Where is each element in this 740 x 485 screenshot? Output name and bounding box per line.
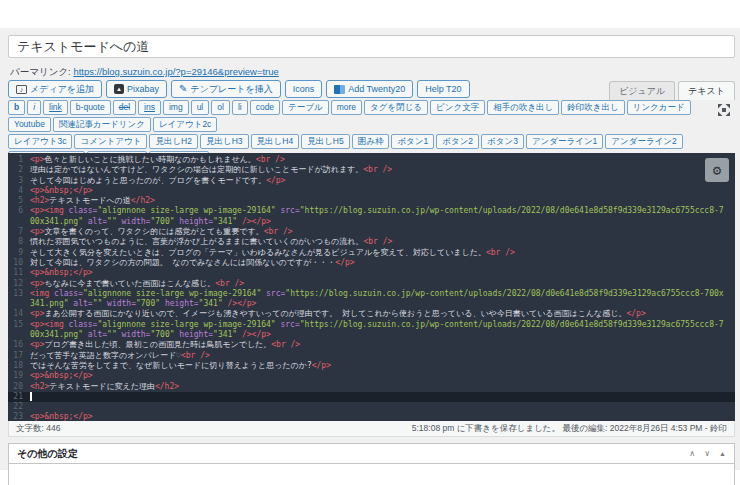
move-down-icon[interactable] — [704, 449, 710, 458]
line-number: 3 — [8, 176, 30, 186]
pencil-icon — [179, 84, 187, 94]
permalink: パーマリンク: https://blog.suzuin.co.jp/?p=291… — [10, 66, 279, 79]
twenty20-icon — [334, 85, 345, 94]
post-title-input[interactable] — [8, 35, 735, 58]
quicktag-ボタン3[interactable]: ボタン3 — [481, 134, 524, 149]
editor-settings-button[interactable] — [705, 158, 729, 182]
line-number: 14 — [8, 309, 30, 319]
line-number: 12 — [8, 279, 30, 289]
editor-line-19[interactable]: 19<p>&nbsp;</p> — [8, 371, 735, 381]
post-editor-page: パーマリンク: https://blog.suzuin.co.jp/?p=291… — [0, 28, 740, 470]
toggle-panel-icon[interactable] — [719, 449, 726, 458]
editor-line-22[interactable]: 22 — [8, 402, 735, 412]
text-editor-code-area[interactable]: 1<p>色々と新しいことに挑戦したい時期なのかもしれません。<br />2理由は… — [8, 153, 735, 421]
quicktag-見出しH5[interactable]: 見出しH5 — [301, 134, 350, 149]
quicktag-レイアウト2c[interactable]: レイアウト2c — [153, 117, 217, 132]
quicktag-レイアウト3c[interactable]: レイアウト3c — [8, 134, 72, 149]
quicktag-見出しH2[interactable]: 見出しH2 — [149, 134, 198, 149]
quicktag-見出しH3[interactable]: 見出しH3 — [200, 134, 249, 149]
editor-line-7[interactable]: 7<p>文章を書くのって、ワタクシ的には感覚がとても重要です。<br /> — [8, 227, 735, 237]
autosave-info: 5:18:08 pm に下書きを保存しました。 最後の編集: 2022年8月26… — [412, 423, 727, 435]
quicktag-タグを閉じる[interactable]: タグを閉じる — [364, 100, 428, 115]
quicktag-Youtube[interactable]: Youtube — [8, 117, 51, 132]
quicktag-囲み枠[interactable]: 囲み枠 — [352, 134, 390, 149]
editor-line-23[interactable]: 23<p>&nbsp;</p> — [8, 412, 735, 421]
fullscreen-icon[interactable] — [718, 102, 730, 114]
editor-line-13[interactable]: 13<img class="alignnone size-large wp-im… — [8, 289, 735, 310]
move-up-icon[interactable] — [689, 449, 695, 458]
line-number: 21 — [8, 392, 30, 402]
media-button-5[interactable]: Help T20 — [417, 80, 469, 98]
editor-line-4[interactable]: 4<p>&nbsp;</p> — [8, 186, 735, 196]
quicktag-鈴印吹き出し[interactable]: 鈴印吹き出し — [561, 100, 624, 115]
quicktag-ボタン2[interactable]: ボタン2 — [436, 134, 479, 149]
media-button-label: Add Twenty20 — [348, 84, 405, 94]
editor-line-20[interactable]: 20<h2>テキストモードに変えた理由</h2> — [8, 382, 735, 392]
line-content: <p>色々と新しいことに挑戦したい時期なのかもしれません。<br /> — [30, 155, 735, 165]
line-content: だって苦手な英語と数字のオンパレード♡<br /> — [30, 351, 735, 361]
line-number: 6 — [8, 206, 30, 227]
quicktag-link[interactable]: link — [43, 100, 68, 115]
quicktag-more[interactable]: more — [331, 100, 362, 115]
quicktag-ul[interactable]: ul — [191, 100, 210, 115]
quicktag-コメントアウト[interactable]: コメントアウト — [74, 134, 147, 149]
media-button-2[interactable]: テンプレートを挿入 — [171, 80, 281, 98]
quicktag-ol[interactable]: ol — [211, 100, 230, 115]
line-number: 7 — [8, 227, 30, 237]
editor-line-2[interactable]: 2理由は定かではないんですけど、ワタクシの場合は定期的に新しいことモードが訪れま… — [8, 165, 735, 175]
quicktag-ピンク文字[interactable]: ピンク文字 — [430, 100, 485, 115]
quicktag-img[interactable]: img — [163, 100, 189, 115]
media-button-label: Pixabay — [127, 84, 159, 94]
line-content: <p>&nbsp;</p> — [30, 412, 735, 421]
quicktag-li[interactable]: li — [232, 100, 248, 115]
word-count-label: 文字数: — [16, 423, 44, 433]
line-content — [30, 392, 735, 402]
quicktag-ins[interactable]: ins — [138, 100, 161, 115]
editor-line-16[interactable]: 16<p>ブログ書き出した頃、最初この画面見た時は鳥肌モンでした。<br /> — [8, 340, 735, 350]
quicktag-del[interactable]: del — [113, 100, 136, 115]
line-number: 17 — [8, 351, 30, 361]
line-number: 15 — [8, 320, 30, 341]
editor-line-3[interactable]: 3そして今回はじめようと思ったのが、ブログを書くモードです。</p> — [8, 176, 735, 186]
media-button-3[interactable]: Icons — [285, 80, 323, 98]
editor-line-8[interactable]: 8慣れた雰囲気でいつものように、言葉が浮かび上がるままに書いていくのがいつもの流… — [8, 237, 735, 247]
quicktag-アンダーライン2[interactable]: アンダーライン2 — [605, 134, 682, 149]
media-button-0[interactable]: メディアを追加 — [8, 80, 102, 98]
editor-line-9[interactable]: 9そして大きく気分を変えたいときは、ブログの「テーマ」いわゆるみなさんが見るビジ… — [8, 248, 735, 258]
media-button-4[interactable]: Add Twenty20 — [326, 80, 413, 98]
editor-line-5[interactable]: 5<h2>テキストモードへの道</h2> — [8, 196, 735, 206]
media-button-1[interactable]: Pixabay — [106, 80, 167, 98]
editor-line-10[interactable]: 10対して今回は、ワタクシの方の問題。 なのでみなさんには関係ないのですが・・・… — [8, 258, 735, 268]
quicktag-b-quote[interactable]: b-quote — [70, 100, 111, 115]
tab-text[interactable]: テキスト — [678, 81, 735, 100]
quicktag-b[interactable]: b — [8, 100, 25, 115]
editor-line-15[interactable]: 15<p><img class="alignnone size-large wp… — [8, 320, 735, 341]
quicktag-テーブル[interactable]: テーブル — [282, 100, 329, 115]
editor-mode-tabs: ビジュアル テキスト — [609, 81, 735, 100]
quicktag-ボタン1[interactable]: ボタン1 — [391, 134, 434, 149]
quicktag-code[interactable]: code — [250, 100, 280, 115]
editor-line-11[interactable]: 11<p>&nbsp;</p> — [8, 268, 735, 278]
quicktag-リンクカード[interactable]: リンクカード — [627, 100, 691, 115]
editor-line-17[interactable]: 17だって苦手な英語と数字のオンパレード♡<br /> — [8, 351, 735, 361]
quicktag-関連記事カードリンク[interactable]: 関連記事カードリンク — [53, 117, 151, 132]
permalink-link[interactable]: https://blog.suzuin.co.jp/?p=29146&previ… — [73, 66, 278, 77]
quicktag-見出しH4[interactable]: 見出しH4 — [251, 134, 300, 149]
editor-line-14[interactable]: 14<p>まあ公開する画面にかなり近いので、イメージも湧きやすいってのが理由です… — [8, 309, 735, 319]
quicktag-相手の吹き出し[interactable]: 相手の吹き出し — [487, 100, 559, 115]
editor-line-18[interactable]: 18ではそんな苦労をしてまで、なぜ新しいモードに切り替えようと思ったのか?</p… — [8, 361, 735, 371]
line-content: <h2>テキストモードに変えた理由</h2> — [30, 382, 735, 392]
editor-line-1[interactable]: 1<p>色々と新しいことに挑戦したい時期なのかもしれません。<br /> — [8, 155, 735, 165]
line-number: 16 — [8, 340, 30, 350]
quicktag-i[interactable]: i — [27, 100, 41, 115]
other-settings-header[interactable]: その他の設定 — [9, 444, 734, 464]
quicktag-アンダーライン1[interactable]: アンダーライン1 — [526, 134, 603, 149]
line-number: 13 — [8, 289, 30, 310]
line-content: <p><img class="alignnone size-large wp-i… — [30, 206, 735, 227]
line-content: <p>&nbsp;</p> — [30, 371, 735, 381]
editor-line-21[interactable]: 21 — [8, 392, 735, 402]
editor-line-6[interactable]: 6<p><img class="alignnone size-large wp-… — [8, 206, 735, 227]
tab-visual[interactable]: ビジュアル — [609, 81, 675, 100]
editor-line-12[interactable]: 12<p>ちなみに今まで書いていた画面はこんな感じ。<br /> — [8, 279, 735, 289]
quicktags-row-1: bilinkb-quotedelinsimgulollicodeテーブルmore… — [8, 100, 735, 132]
